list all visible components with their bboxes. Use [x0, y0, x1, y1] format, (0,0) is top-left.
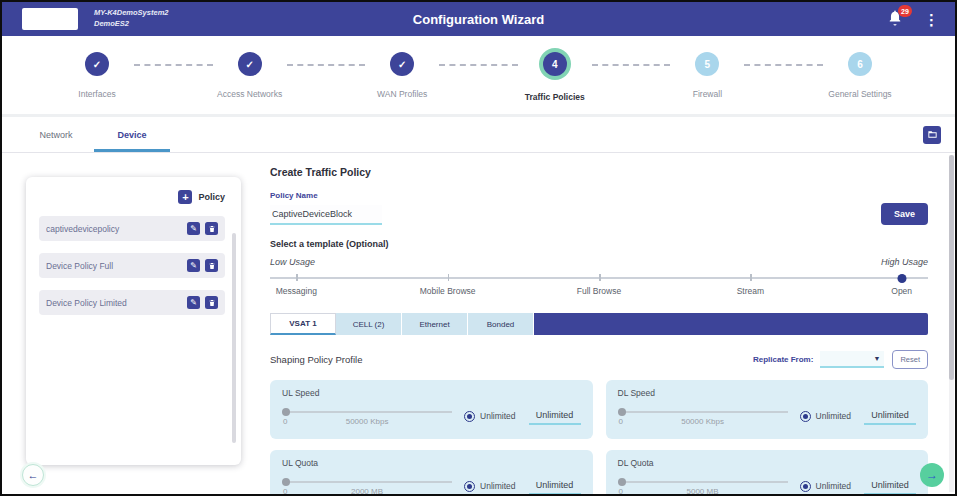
step-wan-profiles[interactable]: ✓ WAN Profiles [365, 52, 439, 99]
page-scrollbar-thumb[interactable] [949, 155, 954, 380]
ul-quota-value-field[interactable]: Unlimited [529, 478, 581, 495]
step-connector [439, 64, 518, 66]
next-button[interactable]: → [920, 463, 944, 487]
tab-vsat1[interactable]: VSAT 1 [270, 313, 336, 335]
template-option-full-browse[interactable]: Full Browse [577, 286, 621, 296]
step-label: Firewall [693, 89, 722, 99]
low-usage-label: Low Usage [270, 257, 315, 267]
slider-min: 0 [619, 487, 623, 496]
policy-name: captivedevicepolicy [46, 224, 182, 234]
delete-icon[interactable] [205, 222, 218, 235]
high-usage-label: High Usage [881, 257, 928, 267]
dl-quota-slider-handle[interactable] [618, 478, 626, 486]
policy-name: Device Policy Limited [46, 298, 182, 308]
logo [22, 8, 78, 30]
radio-label: Unlimited [480, 411, 515, 421]
radio-label: Unlimited [816, 411, 851, 421]
template-option-mobile-browse[interactable]: Mobile Browse [420, 286, 476, 296]
ul-speed-card: UL Speed 0 50000 Kbps Unlimited Unlimi [270, 380, 593, 439]
slider-tick [750, 274, 752, 281]
dl-quota-value-field[interactable]: Unlimited [864, 478, 916, 495]
folder-icon [927, 126, 938, 144]
check-icon: ✓ [238, 52, 262, 76]
dl-quota-card: DL Quota 0 5000 MB Unlimited Unlimited [606, 450, 929, 496]
panel-scrollbar[interactable] [232, 233, 236, 443]
ul-quota-unlimited-radio[interactable]: Unlimited [464, 481, 515, 492]
check-icon: ✓ [390, 52, 414, 76]
template-option-stream[interactable]: Stream [737, 286, 764, 296]
edit-icon[interactable]: ✎ [187, 296, 200, 309]
tab-bonded[interactable]: Bonded [468, 313, 534, 335]
step-firewall[interactable]: 5 Firewall [670, 52, 744, 99]
ul-speed-slider-handle[interactable] [282, 408, 290, 416]
arrow-left-icon: ← [28, 469, 39, 481]
dl-speed-slider[interactable]: 0 50000 Kbps [618, 407, 788, 425]
notification-badge: 29 [898, 5, 912, 17]
edit-icon[interactable]: ✎ [187, 259, 200, 272]
save-button[interactable]: Save [881, 203, 928, 225]
ul-quota-card: UL Quota 0 2000 MB Unlimited Unlimited [270, 450, 593, 496]
delete-icon[interactable] [205, 296, 218, 309]
policy-name-label: Policy Name [270, 191, 928, 200]
dl-quota-label: DL Quota [618, 458, 917, 468]
ul-quota-label: UL Quota [282, 458, 581, 468]
chevron-down-icon: ▼ [873, 355, 880, 362]
template-option-messaging[interactable]: Messaging [276, 286, 317, 296]
scope-tabs: Network Device [2, 117, 955, 153]
tab-device[interactable]: Device [94, 117, 170, 152]
template-slider[interactable]: Messaging Mobile Browse Full Browse Stre… [270, 272, 928, 298]
ul-speed-unlimited-radio[interactable]: Unlimited [464, 411, 515, 422]
step-general-settings[interactable]: 6 General Settings [823, 52, 897, 99]
step-interfaces[interactable]: ✓ Interfaces [60, 52, 134, 99]
policy-name-input[interactable] [270, 205, 382, 225]
policy-list-item[interactable]: captivedevicepolicy ✎ [39, 216, 225, 241]
tab-ethernet[interactable]: Ethernet [402, 313, 468, 335]
ul-speed-value-field[interactable]: Unlimited [529, 408, 581, 425]
replicate-from-label: Replicate From: [753, 355, 813, 364]
slider-track [282, 481, 452, 483]
create-policy-form: Create Traffic Policy Policy Name Save S… [270, 153, 928, 496]
dl-speed-unlimited-radio[interactable]: Unlimited [800, 411, 851, 422]
step-connector [134, 64, 213, 66]
step-traffic-policies[interactable]: 4 Traffic Policies [518, 52, 592, 102]
add-policy-button[interactable]: Policy [198, 192, 225, 202]
slider-tick [599, 274, 601, 281]
back-button[interactable]: ← [22, 464, 44, 486]
reset-button[interactable]: Reset [892, 350, 928, 369]
slider-track [282, 411, 452, 413]
tab-network[interactable]: Network [18, 117, 94, 152]
step-label: General Settings [828, 89, 891, 99]
step-label: Interfaces [78, 89, 115, 99]
ul-speed-label: UL Speed [282, 388, 581, 398]
template-option-open[interactable]: Open [891, 286, 912, 296]
arrow-right-icon: → [926, 468, 938, 482]
policy-list-item[interactable]: Device Policy Limited ✎ [39, 290, 225, 315]
edit-icon[interactable]: ✎ [187, 222, 200, 235]
ul-quota-slider[interactable]: 0 2000 MB [282, 477, 452, 495]
usage-range-labels: Low Usage High Usage [270, 257, 928, 267]
plus-icon[interactable]: + [178, 190, 192, 204]
system-name: MY-K4DemoSystem2 [94, 8, 168, 19]
notifications-button[interactable]: 29 [886, 9, 906, 29]
slider-max: 50000 Kbps [681, 417, 724, 426]
kebab-menu-icon[interactable]: ⋮ [920, 12, 943, 27]
check-icon: ✓ [85, 52, 109, 76]
dl-speed-value-field[interactable]: Unlimited [864, 408, 916, 425]
page-scrollbar[interactable] [949, 155, 954, 492]
policy-list-panel: + Policy captivedevicepolicy ✎ Device Po… [26, 177, 241, 465]
step-connector [287, 64, 366, 66]
dl-speed-slider-handle[interactable] [618, 408, 626, 416]
ul-speed-slider[interactable]: 0 50000 Kbps [282, 407, 452, 425]
dl-quota-slider[interactable]: 0 5000 MB [618, 477, 788, 495]
delete-icon[interactable] [205, 259, 218, 272]
template-slider-handle[interactable] [897, 274, 906, 283]
policy-list-item[interactable]: Device Policy Full ✎ [39, 253, 225, 278]
dl-quota-unlimited-radio[interactable]: Unlimited [800, 481, 851, 492]
panel-toggle-button[interactable] [923, 126, 941, 144]
step-access-networks[interactable]: ✓ Access Networks [213, 52, 287, 99]
quota-cards-row: UL Quota 0 2000 MB Unlimited Unlimited [270, 450, 928, 496]
tab-cell[interactable]: CELL (2) [336, 313, 402, 335]
replicate-from-select[interactable]: ▼ [820, 351, 884, 368]
slider-max: 5000 MB [687, 487, 719, 496]
ul-quota-slider-handle[interactable] [282, 478, 290, 486]
